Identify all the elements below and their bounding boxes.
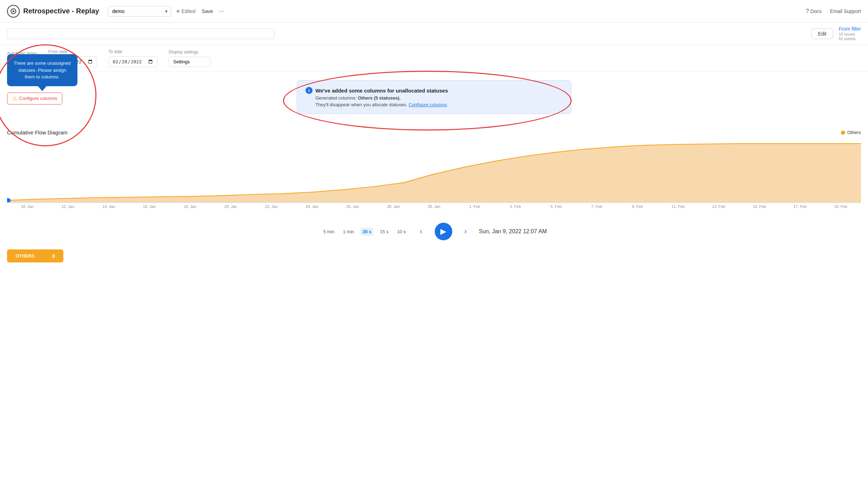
demo-select-wrap[interactable]: demo ▾ xyxy=(108,6,171,17)
events-count: 62 events xyxy=(839,37,856,41)
question-icon: ? xyxy=(806,8,809,14)
tooltip-box: There are some unassigned statuses. Plea… xyxy=(7,54,77,86)
more-button[interactable]: ··· xyxy=(216,6,227,16)
chart-area xyxy=(7,140,861,203)
legend-label: Others xyxy=(847,130,861,135)
chart-section: Cumulative Flow Diagram Others 10. Jan12… xyxy=(0,122,868,217)
x-axis-label: 20. Jan xyxy=(210,204,251,209)
display-settings-label: Display settings xyxy=(169,50,211,55)
info-banner-wrapper: i We've added some columns for unallocat… xyxy=(0,80,868,114)
info-banner: i We've added some columns for unallocat… xyxy=(297,80,571,114)
info-banner-body: They'll disappear when you allocate stat… xyxy=(315,102,562,107)
search-input[interactable] xyxy=(7,28,275,39)
speed-buttons: 5 min1 min30 s15 s10 s xyxy=(321,228,408,236)
x-axis-label: 24. Jan xyxy=(292,204,333,209)
x-axis-label: 7. Feb xyxy=(576,204,617,209)
edited-label: Edited xyxy=(182,8,196,14)
x-axis-label: 3. Feb xyxy=(495,204,536,209)
configure-columns-link[interactable]: Configure columns xyxy=(409,102,447,107)
chart-header: Cumulative Flow Diagram Others xyxy=(7,129,861,135)
chart-svg xyxy=(7,140,861,202)
edited-dot-icon xyxy=(177,10,180,13)
speed-button[interactable]: 30 s xyxy=(360,228,373,236)
from-filter-label: From filter xyxy=(839,26,861,32)
settings-select[interactable]: Settings xyxy=(169,57,211,67)
info-banner-bold: Others (5 statuses). xyxy=(358,95,401,101)
controls-row: Automatic times ✕ From date To date Disp… xyxy=(0,45,868,72)
speed-button[interactable]: 15 s xyxy=(378,228,391,236)
speed-button[interactable]: 5 min xyxy=(321,228,336,236)
play-icon: ▶ xyxy=(440,227,446,236)
edited-indicator: Edited xyxy=(177,8,196,14)
x-axis-label: 9. Feb xyxy=(617,204,658,209)
svg-marker-1 xyxy=(13,10,15,12)
x-axis-label: 19. Feb xyxy=(820,204,861,209)
x-axis-label: 18. Jan xyxy=(170,204,210,209)
page-title: Retrospective - Replay xyxy=(23,7,99,15)
configure-columns-button[interactable]: ⚠ Configure columns xyxy=(7,93,62,104)
next-button[interactable]: › xyxy=(459,225,472,238)
x-axis-label: 11. Feb xyxy=(658,204,699,209)
info-icon: i xyxy=(306,87,313,94)
x-axis-label: 15. Feb xyxy=(739,204,780,209)
tooltip-container: There are some unassigned statuses. Plea… xyxy=(7,54,77,104)
columns-row: OTHERS0 xyxy=(0,246,868,266)
previous-button[interactable]: ‹ xyxy=(415,225,428,238)
header-right: ? Docs Email Support xyxy=(806,8,861,14)
banner-red-ellipse-annotation xyxy=(283,71,572,131)
to-date-label: To date xyxy=(108,49,157,54)
x-axis: 10. Jan12. Jan14. Jan16. Jan18. Jan20. J… xyxy=(7,203,861,210)
toolbar: Edit From filter 15 issues 62 events The… xyxy=(0,23,868,45)
from-filter-button[interactable]: From filter 15 issues 62 events xyxy=(839,26,861,41)
x-axis-label: 28. Jan xyxy=(373,204,414,209)
header: Retrospective - Replay demo ▾ Edited Sav… xyxy=(0,0,868,23)
issues-count: 15 issues xyxy=(839,32,855,37)
email-support-link[interactable]: Email Support xyxy=(830,8,861,14)
playback-controls: 5 min1 min30 s15 s10 s ‹ ▶ › Sun, Jan 9,… xyxy=(0,217,868,246)
x-axis-label: 17. Feb xyxy=(780,204,820,209)
x-axis-label: 10. Jan xyxy=(7,204,48,209)
x-axis-label: 12. Jan xyxy=(48,204,89,209)
docs-link[interactable]: ? Docs xyxy=(806,8,822,14)
info-banner-title: i We've added some columns for unallocat… xyxy=(306,87,562,94)
play-button[interactable]: ▶ xyxy=(435,223,452,240)
timestamp: Sun, Jan 9, 2022 12:07 AM xyxy=(479,228,547,235)
x-axis-label: 14. Jan xyxy=(88,204,129,209)
speed-button[interactable]: 1 min xyxy=(341,228,356,236)
x-axis-label: 30. Jan xyxy=(414,204,454,209)
column-tag: OTHERS0 xyxy=(7,249,63,262)
toolbar-right: Edit From filter 15 issues 62 events xyxy=(811,26,861,41)
info-banner-subtitle: Generated columns: Others (5 statuses). xyxy=(315,95,562,101)
demo-select[interactable]: demo xyxy=(108,6,171,17)
x-axis-label: 13. Feb xyxy=(698,204,739,209)
configure-btn-wrap: ⚠ Configure columns xyxy=(7,93,77,104)
warning-icon: ⚠ xyxy=(12,95,17,102)
settings-select-wrap[interactable]: Settings xyxy=(169,57,211,67)
x-axis-label: 1. Feb xyxy=(454,204,495,209)
to-date-group: To date xyxy=(108,49,157,67)
edit-button[interactable]: Edit xyxy=(811,28,833,39)
tooltip-message: There are some unassigned statuses. Plea… xyxy=(14,61,71,80)
speed-button[interactable]: 10 s xyxy=(395,228,408,236)
tooltip-arrow xyxy=(38,86,46,91)
app-logo-icon xyxy=(7,5,20,18)
chart-fill xyxy=(7,144,861,202)
column-tag-count: 0 xyxy=(52,253,55,259)
x-axis-label: 5. Feb xyxy=(536,204,577,209)
x-axis-label: 26. Jan xyxy=(332,204,373,209)
x-axis-label: 22. Jan xyxy=(251,204,292,209)
column-tag-label: OTHERS xyxy=(15,253,34,259)
save-button[interactable]: Save xyxy=(199,7,216,15)
display-settings-group: Display settings Settings xyxy=(169,50,211,67)
from-date-label: From date xyxy=(48,49,97,54)
chart-legend: Others xyxy=(841,130,861,135)
to-date-input[interactable] xyxy=(108,56,157,67)
logo-area: Retrospective - Replay xyxy=(7,5,99,18)
chart-title: Cumulative Flow Diagram xyxy=(7,129,68,135)
x-axis-label: 16. Jan xyxy=(129,204,170,209)
legend-dot-icon xyxy=(841,131,845,135)
